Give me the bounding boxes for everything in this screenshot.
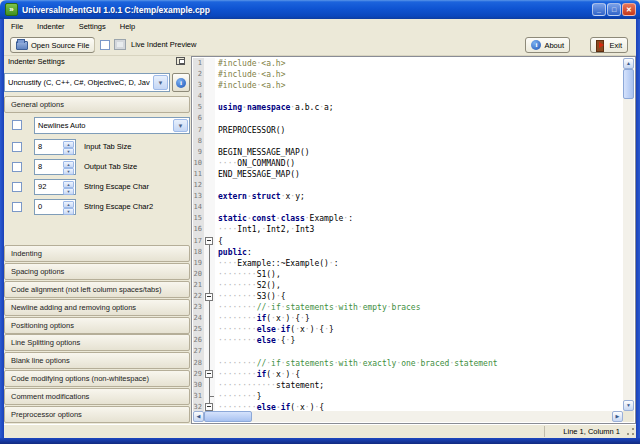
spin-up-icon[interactable]: ▲ — [63, 161, 74, 168]
section-header-positioning-options[interactable]: Positioning options — [4, 317, 190, 334]
fold-margin — [204, 158, 215, 169]
menu-item-indenter[interactable]: Indenter — [30, 19, 72, 34]
menu-item-help[interactable]: Help — [113, 19, 142, 34]
code-text: { — [215, 236, 223, 247]
string-escape-char-value: 92 — [38, 182, 46, 191]
open-source-file-button[interactable]: Open Source File — [10, 37, 95, 53]
vertical-scrollbar[interactable]: ▲ ▼ — [623, 58, 634, 411]
newlines-select[interactable]: Newlines Auto ▼ — [34, 117, 190, 134]
line-number: 1 — [193, 58, 204, 69]
section-header-indenting[interactable]: Indenting — [4, 245, 190, 262]
spin-down-icon[interactable]: ▼ — [63, 208, 74, 215]
input-tab-size-checkbox[interactable] — [12, 142, 22, 152]
spin-up-icon[interactable]: ▲ — [63, 181, 74, 188]
line-number: 14 — [193, 202, 204, 213]
section-header-code-alignment-not-left-column-spaces-tabs[interactable]: Code alignment (not left column spaces/t… — [4, 281, 190, 298]
spin-up-icon[interactable]: ▲ — [63, 141, 74, 148]
line-number: 22 — [193, 291, 204, 302]
code-line: 2#include·<a.h> — [193, 69, 623, 80]
chevron-down-icon[interactable]: ▼ — [153, 75, 168, 90]
output-tab-size-checkbox[interactable] — [12, 162, 22, 172]
spin-down-icon[interactable]: ▼ — [63, 188, 74, 195]
spin-down-icon[interactable]: ▼ — [63, 148, 74, 155]
code-plain: : — [247, 248, 252, 257]
app-icon: » — [5, 3, 18, 16]
horizontal-scrollbar[interactable]: ◀ ▶ — [193, 411, 623, 422]
fold-margin — [204, 136, 215, 147]
code-editor[interactable]: 1#include·<a.h>2#include·<a.h>3#include·… — [191, 56, 636, 424]
line-number: 2 — [193, 69, 204, 80]
fold-margin — [204, 391, 215, 402]
section-header-comment-modifications[interactable]: Comment modifications — [4, 388, 190, 405]
fold-toggle-icon[interactable] — [204, 369, 215, 380]
string-escape-char-checkbox[interactable] — [12, 182, 22, 192]
section-header-newline-adding-and-removing-options[interactable]: Newline adding and removing options — [4, 299, 190, 316]
horizontal-scrollbar-thumb[interactable] — [204, 411, 252, 422]
code-plain: END_MESSAGE_MAP() — [218, 170, 300, 179]
code-line: 30············statement; — [193, 380, 623, 391]
section-header-spacing-options[interactable]: Spacing options — [4, 263, 190, 280]
code-text: BEGIN_MESSAGE_MAP() — [215, 147, 310, 158]
code-line: 1#include·<a.h> — [193, 58, 623, 69]
code-plain: ····ON_COMMAND() — [218, 159, 295, 168]
spin-down-icon[interactable]: ▼ — [63, 168, 74, 175]
code-line: 15static·const·class·Example·: — [193, 213, 623, 224]
code-area[interactable]: 1#include·<a.h>2#include·<a.h>3#include·… — [193, 58, 623, 411]
section-header-preprocessor-options[interactable]: Preprocessor options — [4, 406, 190, 423]
scroll-right-icon[interactable]: ▶ — [612, 411, 623, 422]
fold-mark-box — [205, 237, 213, 245]
string-escape-char2-checkbox[interactable] — [12, 202, 22, 212]
code-plain: (·x·)·{·} — [266, 314, 309, 323]
scroll-down-icon[interactable]: ▼ — [623, 400, 634, 411]
vertical-scrollbar-thumb[interactable] — [623, 69, 634, 99]
input-tab-size-spinbox[interactable]: 8▲▼ — [34, 139, 76, 155]
indenter-select[interactable]: Uncrustify (C, C++, C#, ObjectiveC, D, J… — [4, 73, 170, 92]
fold-toggle-icon[interactable] — [204, 402, 215, 411]
line-number: 26 — [193, 335, 204, 346]
maximize-button[interactable]: □ — [607, 3, 621, 16]
spin-up-icon[interactable]: ▲ — [63, 201, 74, 208]
line-number: 13 — [193, 191, 204, 202]
about-button[interactable]: i About — [525, 37, 570, 53]
fold-toggle-icon[interactable] — [204, 236, 215, 247]
string-escape-char-spinbox[interactable]: 92▲▼ — [34, 179, 76, 195]
code-text: using·namespace·a.b.c·a; — [215, 102, 334, 113]
fold-margin — [204, 80, 215, 91]
section-header-code-modifying-options-non-whitespace[interactable]: Code modifying options (non-whitespace) — [4, 370, 190, 387]
code-text: ····Example::~Example()·: — [215, 258, 338, 269]
code-line: 9BEGIN_MESSAGE_MAP() — [193, 147, 623, 158]
scroll-left-icon[interactable]: ◀ — [193, 411, 204, 422]
code-keyword: extern·struct — [218, 192, 281, 201]
menu-item-settings[interactable]: Settings — [72, 19, 113, 34]
scroll-up-icon[interactable]: ▲ — [623, 58, 634, 69]
fold-margin — [204, 58, 215, 69]
resize-grip[interactable] — [626, 427, 635, 436]
code-text: ····ON_COMMAND() — [215, 158, 295, 169]
code-text — [215, 91, 218, 102]
title-bar[interactable]: » UniversalIndentGUI 1.0.1 C:/temp/examp… — [0, 0, 640, 19]
newlines-checkbox[interactable] — [12, 120, 22, 130]
close-button[interactable]: ✕ — [622, 3, 636, 16]
live-preview-checkbox[interactable] — [100, 40, 110, 50]
fold-toggle-icon[interactable] — [204, 291, 215, 302]
menu-item-file[interactable]: File — [4, 19, 30, 34]
line-number: 12 — [193, 180, 204, 191]
section-header-line-splitting-options[interactable]: Line Splitting options — [4, 334, 190, 351]
fold-mark-tick — [209, 396, 214, 397]
code-text: #include·<a.h> — [215, 58, 285, 69]
code-plain: ········ — [218, 370, 257, 379]
string-escape-char2-spinbox[interactable]: 0▲▼ — [34, 199, 76, 215]
chevron-down-icon[interactable]: ▼ — [173, 119, 188, 132]
minimize-button[interactable]: _ — [592, 3, 606, 16]
newlines-select-value: Newlines Auto — [38, 121, 86, 130]
code-line: 22········S3()·{ — [193, 291, 623, 302]
section-header-general-options[interactable]: General options — [4, 96, 190, 113]
code-line: 7PREPROCESSOR() — [193, 125, 623, 136]
exit-button[interactable]: Exit — [590, 37, 628, 53]
section-header-blank-line-options[interactable]: Blank line options — [4, 352, 190, 369]
info-circle-icon: i — [176, 78, 186, 88]
indenter-manual-button[interactable]: i — [172, 73, 190, 92]
fold-margin — [204, 147, 215, 158]
float-panel-icon[interactable] — [176, 57, 185, 65]
output-tab-size-spinbox[interactable]: 8▲▼ — [34, 159, 76, 175]
